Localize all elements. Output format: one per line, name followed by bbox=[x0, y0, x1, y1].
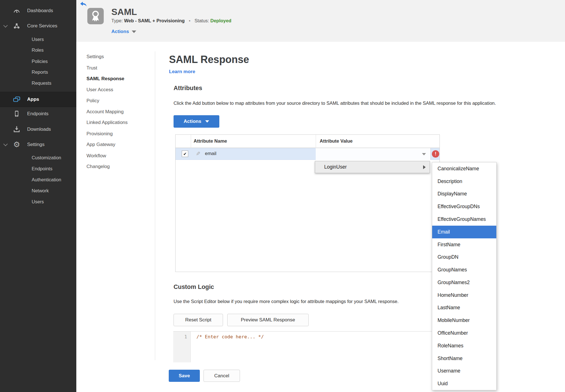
check-icon: ✔ bbox=[183, 151, 187, 156]
subnav-item-app-gateway[interactable]: App Gateway bbox=[86, 142, 115, 149]
subnav-divider bbox=[155, 51, 155, 360]
submenu-item-groupdn[interactable]: GroupDN bbox=[432, 251, 496, 263]
submenu-item-firstname[interactable]: FirstName bbox=[432, 238, 496, 251]
submenu-item-mobilenumber[interactable]: MobileNumber bbox=[432, 314, 496, 327]
app-title: SAML bbox=[111, 7, 137, 17]
dropdown-caret-icon bbox=[422, 153, 426, 155]
subnav-item-changelog[interactable]: Changelog bbox=[86, 164, 110, 171]
table-row-email[interactable]: ✔ ✎ email ! bbox=[176, 148, 440, 160]
editor-gutter: 1 bbox=[173, 332, 191, 362]
sidebar-item-label: Policies bbox=[32, 59, 48, 64]
row-checkbox[interactable]: ✔ bbox=[182, 151, 188, 157]
app-type-status-line: Type: Web - SAML + Provisioning • Status… bbox=[111, 18, 231, 23]
subnav-item-trust[interactable]: Trust bbox=[86, 65, 97, 73]
sidebar-item-label: Users bbox=[32, 37, 44, 42]
gear-icon: ⚙ bbox=[12, 140, 21, 149]
caret-down-icon bbox=[205, 120, 209, 123]
caret-down-icon bbox=[132, 31, 136, 33]
preview-saml-response-button[interactable]: Preview SAML Response bbox=[227, 314, 309, 326]
sidebar-item-apps[interactable]: Apps bbox=[0, 92, 76, 107]
sidebar-item-label: Downloads bbox=[27, 127, 51, 132]
submenu-item-officenumber[interactable]: OfficeNumber bbox=[432, 327, 496, 339]
sidebar-item-endpoints[interactable]: Endpoints bbox=[0, 107, 76, 121]
mobile-device-icon bbox=[12, 110, 21, 118]
submenu-item-groupnames[interactable]: GroupNames bbox=[432, 263, 496, 276]
submenu-item-description[interactable]: Description bbox=[432, 175, 496, 188]
main-sidebar: Dashboards Core Services Users Roles Pol… bbox=[0, 0, 76, 392]
sidebar-item-network[interactable]: Network bbox=[0, 185, 76, 196]
sidebar-item-label: Settings bbox=[27, 142, 44, 147]
subnav-item-settings[interactable]: Settings bbox=[86, 54, 104, 61]
sidebar-item-label: Core Services bbox=[27, 23, 57, 29]
sidebar-item-downloads[interactable]: Downloads bbox=[0, 123, 76, 136]
chevron-down-icon bbox=[3, 23, 8, 28]
sidebar-item-label: Users bbox=[32, 199, 44, 204]
saml-app-icon bbox=[87, 8, 104, 24]
save-button[interactable]: Save bbox=[169, 370, 200, 382]
custom-logic-description: Use the Script Editor below if you requi… bbox=[174, 299, 431, 304]
sidebar-item-dashboards[interactable]: Dashboards bbox=[0, 4, 76, 18]
line-number: 1 bbox=[184, 334, 187, 339]
sidebar-item-core-services[interactable]: Core Services bbox=[0, 19, 76, 33]
subnav-item-linked-applications[interactable]: Linked Applications bbox=[86, 120, 128, 127]
subnav-item-policy[interactable]: Policy bbox=[86, 98, 99, 105]
custom-logic-heading: Custom Logic bbox=[174, 284, 214, 291]
submenu-item-displayname[interactable]: DisplayName bbox=[432, 188, 496, 201]
sidebar-item-reports[interactable]: Reports bbox=[0, 67, 76, 77]
learn-more-link[interactable]: Learn more bbox=[169, 69, 195, 75]
column-header-attribute-value: Attribute Value bbox=[320, 138, 352, 144]
dropdown-menu-loginuser[interactable]: LoginUser bbox=[315, 161, 430, 173]
sidebar-item-authentication[interactable]: Authentication bbox=[0, 174, 76, 185]
subnav-item-account-mapping[interactable]: Account Mapping bbox=[86, 109, 124, 116]
reset-script-button[interactable]: Reset Script bbox=[174, 314, 223, 326]
header-actions-menu[interactable]: Actions bbox=[111, 29, 136, 34]
sidebar-item-label: Authentication bbox=[32, 177, 61, 182]
sidebar-item-label: Apps bbox=[27, 97, 39, 102]
sidebar-item-label: Dashboards bbox=[27, 8, 53, 14]
sidebar-item-settings-users[interactable]: Users bbox=[0, 196, 76, 207]
edit-pencil-icon[interactable]: ✎ bbox=[196, 151, 200, 157]
submenu-item-rolenames[interactable]: RoleNames bbox=[432, 339, 496, 352]
error-glyph: ! bbox=[435, 151, 436, 157]
sidebar-item-settings[interactable]: ⚙ Settings bbox=[0, 138, 76, 151]
subnav-item-workflow[interactable]: Workflow bbox=[86, 153, 106, 160]
sidebar-item-policies[interactable]: Policies bbox=[0, 56, 76, 67]
subnav-item-saml-response[interactable]: SAML Response bbox=[86, 76, 124, 83]
script-editor[interactable]: 1 /* Enter code here... */ bbox=[173, 331, 440, 362]
submenu-item-username[interactable]: Username bbox=[432, 365, 496, 378]
dashboard-gauge-icon bbox=[12, 6, 21, 15]
submenu-item-effectivegroupdns[interactable]: EffectiveGroupDNs bbox=[432, 200, 496, 213]
page-title: SAML Response bbox=[169, 54, 249, 66]
attribute-name-cell: email bbox=[205, 151, 217, 156]
sidebar-item-settings-endpoints[interactable]: Endpoints bbox=[0, 163, 76, 174]
submenu-item-lastname[interactable]: LastName bbox=[432, 302, 496, 314]
subnav-item-provisioning[interactable]: Provisioning bbox=[86, 131, 113, 138]
actions-button-label: Actions bbox=[184, 119, 201, 124]
status-label: Status: bbox=[194, 18, 209, 23]
type-value: Web - SAML + Provisioning bbox=[124, 18, 185, 23]
submenu-item-canonicalizename[interactable]: CanonicalizeName bbox=[432, 162, 496, 175]
subnav-item-user-access[interactable]: User Access bbox=[86, 87, 113, 94]
cancel-button[interactable]: Cancel bbox=[204, 370, 240, 382]
back-arrow-icon[interactable] bbox=[80, 1, 87, 7]
sidebar-item-roles[interactable]: Roles bbox=[0, 45, 76, 55]
attribute-value-dropdown[interactable] bbox=[316, 148, 431, 160]
attributes-actions-button[interactable]: Actions bbox=[174, 115, 219, 128]
submenu-item-effectivegroupnames[interactable]: EffectiveGroupNames bbox=[432, 213, 496, 226]
table-header-row: Attribute Name Attribute Value bbox=[176, 135, 440, 148]
editor-code-line[interactable]: /* Enter code here... */ bbox=[196, 334, 264, 339]
submenu-item-email-selected[interactable]: Email bbox=[432, 226, 496, 238]
sidebar-item-customization[interactable]: Customization bbox=[0, 152, 76, 163]
submenu-item-homenumber[interactable]: HomeNumber bbox=[432, 289, 496, 302]
sidebar-item-label: Endpoints bbox=[32, 166, 52, 171]
sidebar-item-requests[interactable]: Requests bbox=[0, 78, 76, 88]
chevron-down-icon bbox=[3, 142, 8, 146]
menu-item-label: LoginUser bbox=[324, 164, 347, 170]
submenu-item-uuid[interactable]: Uuid bbox=[432, 377, 496, 390]
status-value: Deployed bbox=[210, 18, 231, 23]
submenu-item-groupnames2[interactable]: GroupNames2 bbox=[432, 276, 496, 289]
sidebar-item-users[interactable]: Users bbox=[0, 34, 76, 45]
submenu-item-shortname[interactable]: ShortName bbox=[432, 352, 496, 365]
attributes-heading: Attributes bbox=[174, 85, 202, 92]
sidebar-item-label: Roles bbox=[32, 47, 44, 53]
